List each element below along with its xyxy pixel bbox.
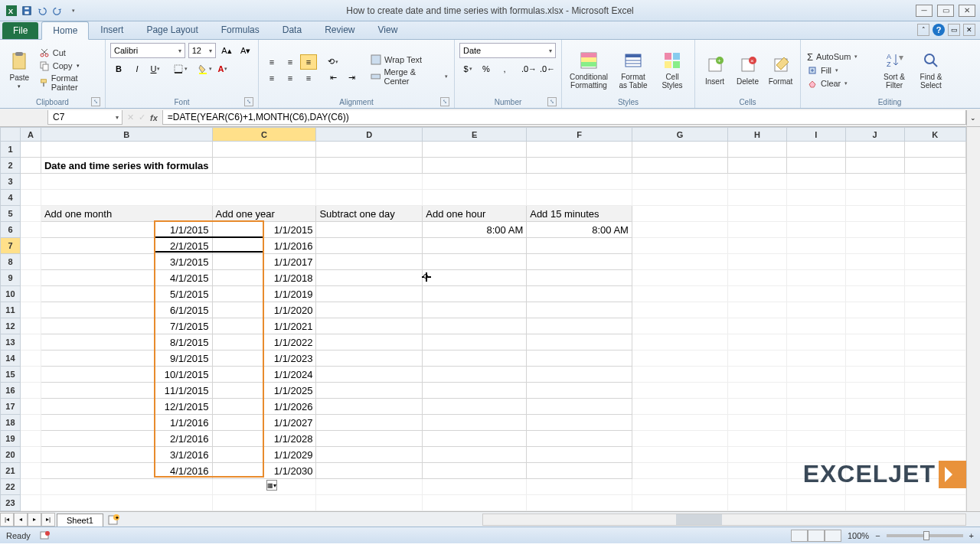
cell-I9[interactable] [786, 270, 845, 286]
cell-H9[interactable] [727, 270, 786, 286]
cell-B12[interactable]: 7/1/2015 [41, 318, 212, 334]
cell-E22[interactable] [423, 479, 527, 495]
cell-C6[interactable]: 1/1/2015 [212, 222, 316, 238]
tab-home[interactable]: Home [41, 21, 89, 40]
last-sheet-button[interactable]: ▸| [41, 513, 55, 527]
cell-J3[interactable] [845, 174, 904, 190]
cell-A12[interactable] [20, 318, 41, 334]
cell-D14[interactable] [316, 350, 423, 367]
excel-app-icon[interactable]: X [5, 4, 18, 18]
cell-J11[interactable] [845, 302, 904, 318]
cell-H19[interactable] [727, 431, 786, 447]
tab-data[interactable]: Data [271, 21, 313, 39]
cell-I23[interactable] [786, 495, 845, 511]
cell-F1[interactable] [527, 142, 632, 158]
cell-H17[interactable] [727, 399, 786, 415]
cell-J9[interactable] [845, 270, 904, 286]
increase-font-icon[interactable]: A▴ [219, 43, 235, 58]
italic-button[interactable]: I [129, 61, 145, 77]
font-color-button[interactable]: A [214, 61, 231, 77]
col-header-G[interactable]: G [632, 128, 727, 142]
col-header-H[interactable]: H [727, 128, 786, 142]
cell-G17[interactable] [632, 399, 727, 415]
tab-page-layout[interactable]: Page Layout [135, 21, 209, 39]
cell-A6[interactable] [20, 222, 41, 238]
decrease-decimal-icon[interactable]: .0← [539, 61, 556, 77]
cell-H13[interactable] [727, 334, 786, 350]
next-sheet-button[interactable]: ▸ [28, 513, 41, 527]
cell-A10[interactable] [20, 286, 41, 302]
cell-D1[interactable] [316, 142, 423, 158]
cell-G22[interactable] [632, 479, 727, 495]
cell-G7[interactable] [632, 238, 727, 254]
cell-A20[interactable] [20, 447, 41, 463]
cell-E23[interactable] [423, 495, 527, 511]
cell-E3[interactable] [423, 174, 527, 190]
cell-A1[interactable] [20, 142, 41, 158]
format-painter-button[interactable]: Format Painter [38, 73, 100, 93]
undo-icon[interactable] [35, 4, 49, 18]
cell-J19[interactable] [845, 431, 904, 447]
cell-I12[interactable] [786, 318, 845, 334]
cell-J4[interactable] [845, 190, 904, 206]
cell-J1[interactable] [845, 142, 904, 158]
normal-view-button[interactable] [791, 530, 808, 542]
cell-G5[interactable] [632, 206, 727, 222]
cell-F17[interactable] [527, 399, 632, 415]
cell-J7[interactable] [845, 238, 904, 254]
cell-E7[interactable] [423, 238, 527, 254]
cell-J14[interactable] [845, 350, 904, 367]
cell-F7[interactable] [527, 238, 632, 254]
cell-K23[interactable] [904, 495, 965, 511]
maximize-button[interactable]: ▭ [937, 5, 954, 17]
cell-K10[interactable] [904, 286, 965, 302]
cell-I16[interactable] [786, 383, 845, 399]
conditional-formatting-button[interactable]: Conditional Formatting [567, 43, 611, 96]
cell-F10[interactable] [527, 286, 632, 302]
cell-H6[interactable] [727, 222, 786, 238]
first-sheet-button[interactable]: |◂ [0, 513, 14, 527]
cell-H1[interactable] [727, 142, 786, 158]
cell-G21[interactable] [632, 463, 727, 479]
cell-styles-button[interactable]: Cell Styles [655, 43, 689, 96]
cell-D6[interactable] [316, 222, 423, 238]
cell-B5[interactable]: Add one month [41, 206, 212, 222]
cell-A8[interactable] [20, 254, 41, 270]
row-header-4[interactable]: 4 [1, 190, 21, 206]
save-icon[interactable] [20, 4, 34, 18]
increase-decimal-icon[interactable]: .0→ [521, 61, 537, 77]
cell-G4[interactable] [632, 190, 727, 206]
cell-H21[interactable] [727, 463, 786, 479]
horizontal-scrollbar[interactable] [482, 514, 966, 526]
cell-H8[interactable] [727, 254, 786, 270]
cell-H20[interactable] [727, 447, 786, 463]
cell-C7[interactable]: 1/1/2016 [212, 238, 316, 254]
cell-D10[interactable] [316, 286, 423, 302]
cell-B23[interactable] [41, 495, 212, 511]
cell-E18[interactable] [423, 415, 527, 431]
cell-C2[interactable] [212, 158, 316, 174]
cell-J16[interactable] [845, 383, 904, 399]
cell-A3[interactable] [20, 174, 41, 190]
cell-K7[interactable] [904, 238, 965, 254]
cell-K19[interactable] [904, 431, 965, 447]
cell-A13[interactable] [20, 334, 41, 350]
cell-I8[interactable] [786, 254, 845, 270]
cell-A18[interactable] [20, 415, 41, 431]
window-restore-icon[interactable]: ▭ [948, 24, 960, 36]
cell-D13[interactable] [316, 334, 423, 350]
cell-I11[interactable] [786, 302, 845, 318]
cell-G2[interactable] [632, 158, 727, 174]
col-header-I[interactable]: I [786, 128, 845, 142]
cell-I17[interactable] [786, 399, 845, 415]
cell-D7[interactable] [316, 238, 423, 254]
cell-G15[interactable] [632, 367, 727, 383]
cell-J12[interactable] [845, 318, 904, 334]
cell-K2[interactable] [904, 158, 965, 174]
wrap-text-button[interactable]: Wrap Text [369, 54, 449, 66]
row-header-16[interactable]: 16 [1, 383, 21, 399]
row-header-11[interactable]: 11 [1, 302, 21, 318]
cell-G10[interactable] [632, 286, 727, 302]
cell-F2[interactable] [527, 158, 632, 174]
cell-I6[interactable] [786, 222, 845, 238]
